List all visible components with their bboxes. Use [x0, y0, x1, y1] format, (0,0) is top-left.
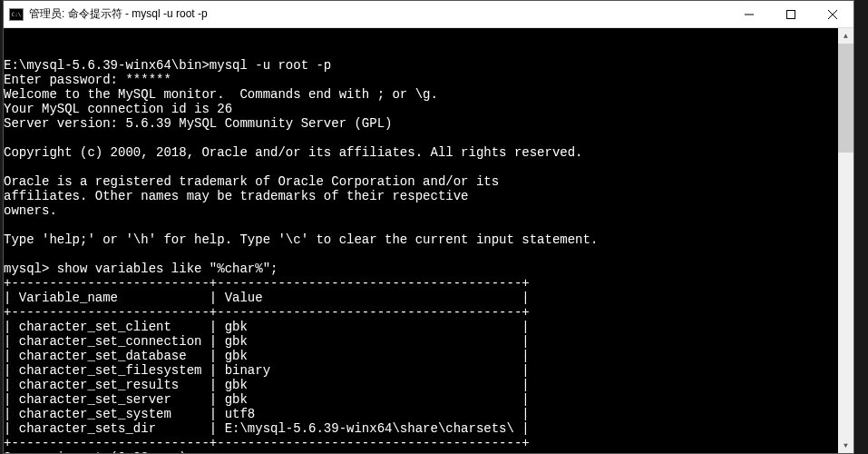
terminal-line: owners. — [4, 203, 838, 218]
terminal-line: Server version: 5.6.39 MySQL Community S… — [4, 116, 838, 131]
terminal-line: | character_set_client | gbk | — [4, 320, 838, 334]
terminal-line: | character_set_system | utf8 | — [4, 407, 838, 421]
terminal-line: +--------------------------+------------… — [4, 436, 838, 450]
cmd-icon — [9, 8, 24, 21]
terminal-line: Type 'help;' or '\h' for help. Type '\c'… — [4, 232, 838, 247]
terminal-line: Welcome to the MySQL monitor. Commands e… — [4, 87, 838, 102]
close-button[interactable] — [812, 1, 853, 27]
terminal-line — [4, 131, 838, 145]
svg-rect-1 — [787, 10, 795, 18]
scroll-up-arrow[interactable]: ▲ — [838, 28, 853, 44]
terminal-content: E:\mysql-5.6.39-winx64\bin>mysql -u root… — [4, 58, 853, 453]
terminal-line: | Variable_name | Value | — [4, 291, 838, 305]
terminal-line: +--------------------------+------------… — [4, 276, 838, 291]
scroll-down-arrow[interactable]: ▼ — [838, 438, 853, 453]
terminal-line: Your MySQL connection id is 26 — [4, 102, 838, 116]
terminal-line: | character_set_database | gbk | — [4, 349, 838, 363]
terminal-line — [4, 218, 838, 232]
terminal-line: | character_set_results | gbk | — [4, 378, 838, 392]
maximize-icon — [786, 10, 795, 19]
scrollbar-thumb[interactable] — [838, 44, 853, 153]
terminal-line: Oracle is a registered trademark of Orac… — [4, 174, 838, 189]
terminal-line: | character_sets_dir | E:\mysql-5.6.39-w… — [4, 421, 838, 436]
vertical-scrollbar[interactable]: ▲ ▼ — [838, 28, 853, 453]
terminal-line — [4, 160, 838, 174]
terminal-line — [4, 247, 838, 262]
terminal-line: mysql> show variables like "%char%"; — [4, 262, 838, 276]
terminal-line: E:\mysql-5.6.39-winx64\bin>mysql -u root… — [4, 58, 838, 73]
terminal-line: +--------------------------+------------… — [4, 305, 838, 320]
terminal-area[interactable]: E:\mysql-5.6.39-winx64\bin>mysql -u root… — [4, 28, 853, 453]
terminal-line: affiliates. Other names may be trademark… — [4, 189, 838, 203]
terminal-line: Copyright (c) 2000, 2018, Oracle and/or … — [4, 145, 838, 160]
terminal-line: 8 rows in set (0.00 sec) — [4, 450, 838, 453]
window-title: 管理员: 命令提示符 - mysql -u root -p — [29, 6, 728, 22]
maximize-button[interactable] — [770, 1, 812, 27]
command-prompt-window: 管理员: 命令提示符 - mysql -u root -p E:\mysql-5… — [3, 0, 854, 454]
close-icon — [828, 10, 837, 19]
titlebar[interactable]: 管理员: 命令提示符 - mysql -u root -p — [4, 1, 853, 28]
window-controls — [728, 1, 853, 27]
terminal-line: | character_set_connection | gbk | — [4, 334, 838, 349]
terminal-line: | character_set_filesystem | binary | — [4, 363, 838, 378]
minimize-icon — [745, 10, 754, 19]
terminal-line: | character_set_server | gbk | — [4, 392, 838, 407]
minimize-button[interactable] — [728, 1, 770, 27]
terminal-line: Enter password: ****** — [4, 73, 838, 87]
